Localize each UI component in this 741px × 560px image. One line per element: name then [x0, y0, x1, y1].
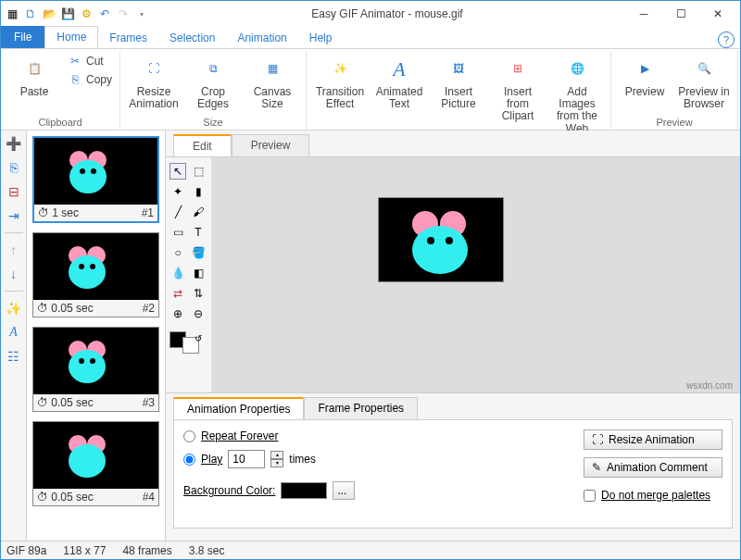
effects-icon[interactable]: ✨ [5, 299, 23, 317]
insert-picture-button[interactable]: 🖼Insert Picture [431, 53, 486, 112]
watermark: wsxdn.com [686, 380, 733, 391]
transition-effect-button[interactable]: ✨Transition Effect [312, 53, 368, 112]
open-icon[interactable]: 📂 [42, 6, 57, 21]
times-label: times [289, 453, 316, 466]
frame-index: #4 [143, 491, 155, 504]
preview-tab[interactable]: Preview [232, 134, 310, 156]
add-frame-icon[interactable]: ➕ [5, 134, 23, 153]
flip-v-icon[interactable]: ⇅ [190, 285, 207, 302]
animation-properties-tab[interactable]: Animation Properties [173, 397, 304, 419]
comment-icon: ✎ [592, 461, 601, 474]
preview-button[interactable]: ▶Preview [617, 53, 672, 100]
save-icon[interactable]: 💾 [60, 6, 75, 21]
maximize-button[interactable]: ☐ [662, 3, 699, 25]
frame-thumb[interactable]: ⏱ 0.05 sec#2 [32, 232, 159, 317]
animated-text-button[interactable]: AAnimated Text [371, 53, 427, 112]
ellipse-tool-icon[interactable]: ○ [170, 244, 186, 261]
frame-thumb[interactable]: ⏱ 0.05 sec#4 [32, 421, 159, 506]
minimize-button[interactable]: ─ [625, 3, 662, 25]
svg-point-8 [79, 264, 84, 269]
quick-access-toolbar: ▦ 🗋 📂 💾 ⚙ ↶ ↷ ▾ [5, 6, 149, 21]
zoom-out-icon[interactable]: ⊖ [190, 305, 207, 322]
browser-label: Preview in Browser [678, 86, 730, 110]
qat-dropdown-icon[interactable]: ▾ [134, 6, 149, 21]
insert-clipart-button[interactable]: ⊞Insert from Clipart [490, 53, 546, 125]
tab-animation[interactable]: Animation [226, 28, 297, 48]
tab-help[interactable]: Help [298, 28, 344, 48]
file-tab[interactable]: File [1, 26, 44, 48]
svg-point-3 [80, 168, 85, 174]
undo-icon[interactable]: ↶ [97, 6, 112, 21]
comment-label: Animation Comment [607, 461, 708, 474]
resize-animation-button[interactable]: ⛶Resize Animation [126, 53, 182, 112]
swap-colors-icon[interactable]: ↺ [190, 330, 207, 346]
wand-tool-icon[interactable]: ✦ [170, 183, 186, 200]
canvas-size-button[interactable]: ▦Canvas Size [245, 53, 300, 112]
frame-properties-tab[interactable]: Frame Properties [304, 397, 418, 419]
rect-tool-icon[interactable]: ▭ [170, 224, 186, 241]
close-button[interactable]: ✕ [699, 3, 736, 25]
preview-browser-button[interactable]: 🔍Preview in Browser [676, 53, 732, 112]
brush-tool-icon[interactable]: 🖌 [190, 204, 207, 220]
frame-thumb[interactable]: ⏱ 0.05 sec#3 [32, 327, 159, 412]
crop-edges-button[interactable]: ⧉Crop Edges [185, 53, 241, 112]
delete-frame-icon[interactable]: ⊟ [5, 182, 23, 201]
move-up-icon[interactable]: ↑ [5, 241, 23, 259]
svg-point-4 [91, 168, 96, 174]
marquee-tool-icon[interactable]: ⬚ [190, 163, 207, 180]
new-icon[interactable]: 🗋 [23, 6, 38, 21]
frame-duration: ⏱ 0.05 sec [37, 396, 94, 409]
svg-point-17 [69, 444, 106, 478]
group-preview: ▶Preview 🔍Preview in Browser Preview [611, 51, 738, 130]
webimg-label: Add Images from the Web [551, 86, 603, 135]
cut-button[interactable]: ✂Cut [66, 53, 114, 69]
tool-palette: ↖ ⬚ ✦ ▮ ╱ 🖌 ▭ T ○ 🪣 💧 ◧ ⇄ ⇅ ⊕ ⊖ ↺ [166, 157, 212, 392]
flip-h-icon[interactable]: ⇄ [170, 285, 186, 302]
play-count-spinner[interactable]: ▴▾ [270, 451, 283, 467]
text-tool-icon[interactable]: T [190, 224, 207, 241]
redo-icon[interactable]: ↷ [116, 6, 131, 21]
help-icon[interactable]: ? [718, 31, 735, 48]
edit-tab[interactable]: Edit [173, 134, 232, 156]
zoom-in-icon[interactable]: ⊕ [170, 305, 186, 322]
play-option[interactable]: Play 10 ▴▾ times [183, 450, 355, 468]
eyedropper-tool-icon[interactable]: 💧 [170, 265, 186, 281]
wizard-icon[interactable]: ⚙ [79, 6, 94, 21]
add-web-images-button[interactable]: 🌐Add Images from the Web [549, 53, 605, 137]
repeat-forever-option[interactable]: Repeat Forever [183, 429, 355, 442]
resize-label2: Resize Animation [609, 433, 695, 446]
frames-panel[interactable]: ⏱ 1 sec#1 ⏱ 0.05 sec#2 ⏱ 0.05 sec#3 ⏱ 0.… [27, 131, 166, 541]
layers-icon[interactable]: ☷ [5, 347, 23, 366]
svg-point-7 [69, 255, 106, 289]
paste-button[interactable]: 📋Paste [6, 53, 62, 100]
color-swatches[interactable]: ↺ [170, 331, 207, 348]
canvas[interactable] [379, 198, 503, 281]
tab-frames[interactable]: Frames [98, 28, 158, 48]
group-clipboard-label: Clipboard [38, 117, 82, 128]
bucket-tool-icon[interactable]: 🪣 [190, 244, 207, 261]
play-count-input[interactable]: 10 [228, 450, 265, 468]
bgcolor-picker-button[interactable]: ... [333, 481, 355, 500]
move-down-icon[interactable]: ↓ [5, 265, 23, 283]
line-tool-icon[interactable]: ╱ [170, 204, 186, 220]
properties-panel: Animation Properties Frame Properties Re… [166, 392, 740, 541]
fill-tool-icon[interactable]: ▮ [190, 183, 207, 200]
duplicate-frame-icon[interactable]: ⎘ [5, 158, 23, 177]
animtext-label: Animated Text [373, 86, 425, 110]
tab-home[interactable]: Home [44, 26, 98, 48]
import-icon[interactable]: ⇥ [5, 206, 23, 225]
svg-point-21 [412, 226, 468, 274]
animation-comment-button[interactable]: ✎Animation Comment [584, 457, 722, 478]
eraser-tool-icon[interactable]: ◧ [190, 265, 207, 281]
resize-animation-button2[interactable]: ⛶Resize Animation [584, 429, 722, 450]
svg-point-2 [69, 160, 107, 193]
frame-duration: ⏱ 0.05 sec [37, 302, 94, 315]
select-tool-icon[interactable]: ↖ [170, 163, 186, 180]
copy-button[interactable]: ⎘Copy [66, 71, 114, 88]
bgcolor-swatch[interactable] [281, 482, 327, 499]
text-tool-icon[interactable]: A [5, 323, 23, 342]
canvas-area[interactable]: wsxdn.com [212, 157, 740, 392]
frame-thumb[interactable]: ⏱ 1 sec#1 [32, 136, 159, 223]
no-merge-checkbox[interactable]: Do not merge palettes [584, 489, 722, 502]
tab-selection[interactable]: Selection [158, 28, 226, 48]
